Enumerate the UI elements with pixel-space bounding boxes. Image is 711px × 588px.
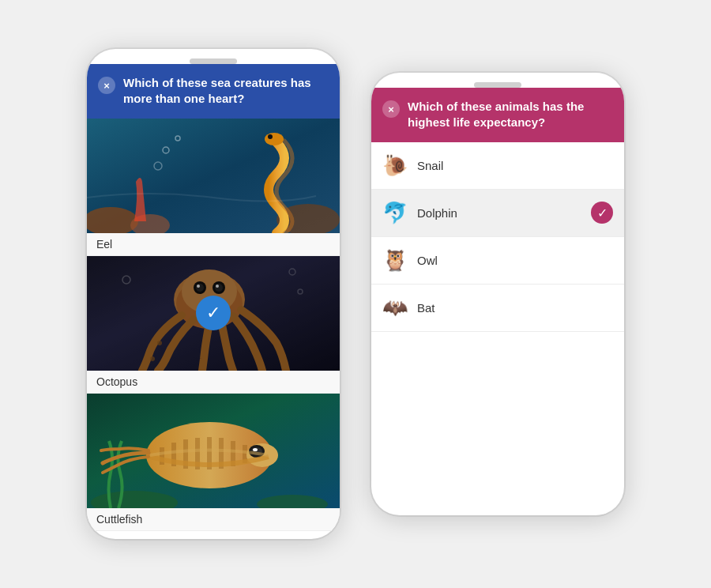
owl-label: Owl — [417, 254, 613, 267]
snail-label: Snail — [417, 159, 613, 172]
octopus-image: ✓ — [87, 256, 340, 371]
bat-icon: 🦇 — [382, 296, 408, 320]
dolphin-check: ✓ — [591, 202, 613, 224]
option-snail[interactable]: 🐌 Snail — [371, 142, 624, 190]
selected-overlay-octopus: ✓ — [87, 256, 340, 371]
snail-icon: 🐌 — [382, 153, 408, 178]
option-eel[interactable]: Eel — [87, 119, 340, 256]
close-icon-left: × — [103, 81, 110, 91]
svg-point-31 — [253, 448, 258, 451]
check-circle-octopus: ✓ — [196, 296, 231, 330]
phone-right: × Which of these animals has the highest… — [371, 73, 624, 515]
svg-point-5 — [268, 134, 273, 139]
octopus-label: Octopus — [87, 371, 340, 394]
close-button-left[interactable]: × — [98, 77, 115, 94]
option-octopus[interactable]: ✓ Octopus — [87, 256, 340, 394]
close-button-right[interactable]: × — [382, 100, 400, 118]
option-owl[interactable]: 🦉 Owl — [371, 237, 624, 285]
svg-point-4 — [265, 133, 284, 145]
option-bat[interactable]: 🦇 Bat — [371, 285, 624, 332]
option-cuttlefish[interactable]: Cuttlefish — [87, 394, 340, 531]
phone-left: × Which of these sea creatures has more … — [87, 49, 340, 539]
owl-icon: 🦉 — [382, 248, 408, 273]
cuttlefish-image — [87, 394, 340, 508]
question-header-left: × Which of these sea creatures has more … — [87, 64, 340, 119]
question-header-right: × Which of these animals has the highest… — [371, 88, 624, 142]
question-text-left: Which of these sea creatures has more th… — [123, 75, 329, 107]
dolphin-check-mark: ✓ — [597, 205, 608, 220]
dolphin-label: Dolphin — [417, 206, 581, 220]
check-mark-octopus: ✓ — [206, 303, 220, 323]
eel-label: Eel — [87, 233, 340, 256]
speaker-left — [190, 58, 237, 64]
phones-container: × Which of these sea creatures has more … — [87, 49, 624, 539]
dolphin-icon: 🐬 — [382, 201, 408, 225]
list-quiz-right: 🐌 Snail 🐬 Dolphin ✓ 🦉 Owl 🦇 Bat — [371, 142, 624, 332]
bat-label: Bat — [417, 301, 613, 315]
speaker-right — [474, 82, 521, 88]
question-text-right: Which of these animals has the highest l… — [408, 99, 613, 131]
cuttlefish-label: Cuttlefish — [87, 508, 340, 531]
option-dolphin[interactable]: 🐬 Dolphin ✓ — [371, 190, 624, 237]
image-quiz-left: Eel — [87, 119, 340, 537]
eel-image — [87, 119, 340, 233]
close-icon-right: × — [388, 104, 394, 115]
